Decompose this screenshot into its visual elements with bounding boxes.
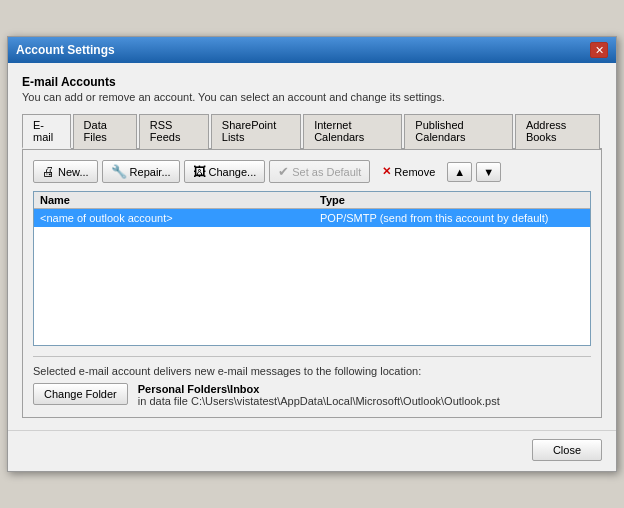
check-icon: ✔: [278, 164, 289, 179]
footer-section: Selected e-mail account delivers new e-m…: [33, 356, 591, 407]
title-bar: Account Settings ✕: [8, 37, 616, 63]
set-default-label: Set as Default: [292, 166, 361, 178]
tab-data-files[interactable]: Data Files: [73, 114, 137, 149]
new-icon: 🖨: [42, 164, 55, 179]
col-name-header: Name: [40, 194, 320, 206]
account-type: POP/SMTP (send from this account by defa…: [320, 212, 584, 224]
footer-info: Personal Folders\Inbox in data file C:\U…: [138, 383, 500, 407]
remove-button[interactable]: ✕ Remove: [374, 162, 443, 181]
up-arrow-icon: ▲: [454, 166, 465, 178]
new-label: New...: [58, 166, 89, 178]
new-button[interactable]: 🖨 New...: [33, 160, 98, 183]
repair-icon: 🔧: [111, 164, 127, 179]
dialog-footer: Close: [8, 430, 616, 471]
move-down-button[interactable]: ▼: [476, 162, 501, 182]
window-close-button[interactable]: ✕: [590, 42, 608, 58]
change-button[interactable]: 🖼 Change...: [184, 160, 266, 183]
tab-internet-calendars[interactable]: Internet Calendars: [303, 114, 402, 149]
toolbar: 🖨 New... 🔧 Repair... 🖼 Change... ✔ Set a…: [33, 160, 591, 183]
col-type-header: Type: [320, 194, 584, 206]
list-header: Name Type: [34, 192, 590, 209]
repair-button[interactable]: 🔧 Repair...: [102, 160, 180, 183]
window-body: E-mail Accounts You can add or remove an…: [8, 63, 616, 430]
down-arrow-icon: ▼: [483, 166, 494, 178]
account-list: Name Type <name of outlook account> POP/…: [33, 191, 591, 346]
folder-location-bold: Personal Folders\Inbox: [138, 383, 500, 395]
change-label: Change...: [209, 166, 257, 178]
section-title: E-mail Accounts: [22, 75, 602, 89]
footer-description: Selected e-mail account delivers new e-m…: [33, 365, 591, 377]
tab-content-email: 🖨 New... 🔧 Repair... 🖼 Change... ✔ Set a…: [22, 150, 602, 418]
footer-row: Change Folder Personal Folders\Inbox in …: [33, 383, 591, 407]
change-folder-button[interactable]: Change Folder: [33, 383, 128, 405]
move-up-button[interactable]: ▲: [447, 162, 472, 182]
set-default-button[interactable]: ✔ Set as Default: [269, 160, 370, 183]
tab-sharepoint-lists[interactable]: SharePoint Lists: [211, 114, 301, 149]
tab-published-calendars[interactable]: Published Calendars: [404, 114, 513, 149]
tab-address-books[interactable]: Address Books: [515, 114, 600, 149]
section-description: You can add or remove an account. You ca…: [22, 91, 602, 103]
account-settings-dialog: Account Settings ✕ E-mail Accounts You c…: [7, 36, 617, 472]
tab-email[interactable]: E-mail: [22, 114, 71, 149]
repair-label: Repair...: [130, 166, 171, 178]
close-button[interactable]: Close: [532, 439, 602, 461]
change-icon: 🖼: [193, 164, 206, 179]
window-title: Account Settings: [16, 43, 115, 57]
tab-bar: E-mail Data Files RSS Feeds SharePoint L…: [22, 113, 602, 150]
account-name: <name of outlook account>: [40, 212, 320, 224]
tab-rss-feeds[interactable]: RSS Feeds: [139, 114, 209, 149]
folder-location-path: in data file C:\Users\vistatest\AppData\…: [138, 395, 500, 407]
remove-label: Remove: [394, 166, 435, 178]
table-row[interactable]: <name of outlook account> POP/SMTP (send…: [34, 209, 590, 227]
x-icon: ✕: [382, 165, 391, 178]
